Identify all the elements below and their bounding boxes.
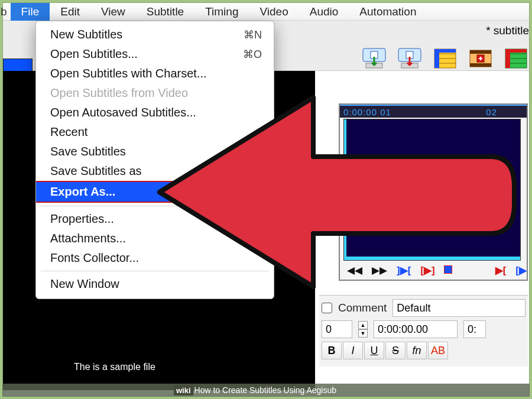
menu-view[interactable]: View <box>90 3 136 21</box>
paste-to-track-icon[interactable] <box>362 48 386 69</box>
menu-audio[interactable]: Audio <box>299 3 349 21</box>
menu-item-open-charset[interactable]: Open Subtitles with Charset... <box>36 64 274 83</box>
menu-item-new-subtitles[interactable]: New Subtitles ⌘N <box>36 25 274 44</box>
italic-button[interactable]: I <box>343 342 363 359</box>
menu-item-label: Open Subtitles with Charset... <box>50 67 207 80</box>
menu-subtitle[interactable]: Subtitle <box>136 3 194 21</box>
menu-item-label: Fonts Collector... <box>50 251 139 265</box>
menu-item-shortcut: ⌘N <box>244 28 262 41</box>
step-down-icon[interactable]: ▼ <box>358 329 368 338</box>
layer-stepper[interactable]: ▲▼ <box>358 321 368 338</box>
menu-item-label: Export As... <box>50 185 115 199</box>
menu-edit[interactable]: Edit <box>50 3 90 21</box>
app-suffix: b <box>1 5 11 18</box>
menu-item-label: Save Subtitles as <box>50 164 142 178</box>
menu-item-label: Save Subtitles <box>50 145 126 158</box>
style-select[interactable] <box>392 299 525 317</box>
caption-text: How to Create Subtitles Using Aegisub <box>194 385 336 395</box>
menu-item-label: Open Subtitles... <box>50 47 138 61</box>
menu-item-label: Attachments... <box>50 232 126 245</box>
step-up-icon[interactable]: ▲ <box>358 321 368 329</box>
color-button[interactable]: AB <box>428 342 448 359</box>
svg-rect-23 <box>505 49 510 68</box>
style-table-icon[interactable] <box>504 48 528 69</box>
caption-brand: wiki <box>174 385 193 395</box>
menu-item-open-subtitles[interactable]: Open Subtitles... ⌘O <box>36 44 274 64</box>
menu-item-shortcut: ⌘O <box>243 48 262 61</box>
svg-rect-14 <box>470 63 491 67</box>
document-title: * subtitle <box>486 24 529 37</box>
shift-times-icon[interactable] <box>469 48 492 69</box>
underline-button[interactable]: U <box>364 342 384 359</box>
menu-video[interactable]: Video <box>249 3 299 21</box>
end-time-input[interactable] <box>463 320 486 338</box>
instruction-arrow-icon <box>142 86 520 301</box>
toolbar-icons <box>362 48 529 69</box>
subtitle-preview-text: The is a sample file <box>74 362 155 372</box>
menu-item-label: New Subtitles <box>50 28 122 41</box>
menu-item-label: Properties... <box>50 212 114 226</box>
menu-item-label: New Window <box>50 277 119 291</box>
caption-bar: wiki How to Create Subtitles Using Aegis… <box>2 384 530 397</box>
subtitle-edit-bar: Comment ▲▼ B I U S fn AB <box>319 295 528 366</box>
menu-item-label: Recent <box>50 125 87 139</box>
svg-rect-11 <box>434 49 439 68</box>
menu-automation[interactable]: Automation <box>349 3 427 21</box>
apply-to-track-icon[interactable] <box>398 48 421 69</box>
svg-rect-13 <box>470 50 491 54</box>
start-time-input[interactable] <box>374 320 458 338</box>
comment-label: Comment <box>338 301 387 314</box>
layer-input[interactable] <box>322 320 352 338</box>
menu-file[interactable]: File <box>11 3 50 21</box>
menubar: b File Edit View Subtitle Timing Video A… <box>3 3 529 21</box>
comment-checkbox[interactable] <box>322 303 332 313</box>
strike-button[interactable]: S <box>385 342 406 359</box>
menu-timing[interactable]: Timing <box>194 3 249 21</box>
timing-table-icon[interactable] <box>433 48 457 69</box>
bold-button[interactable]: B <box>322 342 342 359</box>
fontname-button[interactable]: fn <box>407 342 427 359</box>
